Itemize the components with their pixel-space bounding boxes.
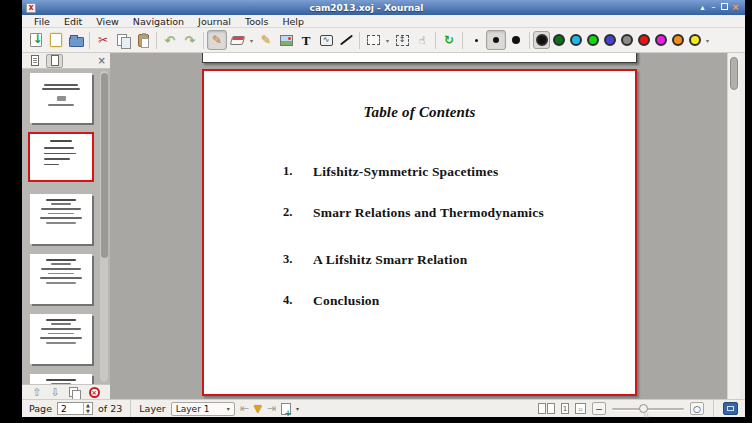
- sidebar-header: ×: [22, 53, 110, 69]
- menu-view[interactable]: View: [89, 16, 126, 27]
- toolbar-separator: [462, 32, 463, 49]
- move-page-down-button[interactable]: ⇩: [51, 387, 60, 398]
- duplicate-page-icon[interactable]: [69, 387, 80, 398]
- ruler-tool-button[interactable]: [336, 30, 356, 50]
- toolbar-separator: [89, 32, 90, 49]
- pages-tab-button[interactable]: [46, 54, 63, 68]
- menu-help[interactable]: Help: [275, 16, 311, 27]
- spin-down-icon[interactable]: ▼: [84, 409, 92, 415]
- close-button[interactable]: ×: [730, 1, 741, 14]
- maximize-button[interactable]: [719, 1, 730, 14]
- page-number-input[interactable]: [58, 403, 83, 414]
- color-options-dropdown[interactable]: ▾: [703, 30, 712, 50]
- delete-page-button[interactable]: ×: [89, 387, 100, 398]
- title-bar[interactable]: x cam2013.xoj - Xournal ▴ – ×: [22, 0, 745, 15]
- thumbnail-page-5[interactable]: [30, 314, 92, 364]
- toc-item-number: 1.: [283, 164, 292, 179]
- current-page[interactable]: Table of Contents 1. Lifshitz-Symmetric …: [202, 69, 637, 396]
- sidebar-close-icon[interactable]: ×: [98, 55, 106, 66]
- sidebar-scrollbar[interactable]: [100, 71, 108, 382]
- move-page-up-button[interactable]: ⇧: [32, 387, 41, 398]
- menu-tools[interactable]: Tools: [238, 16, 275, 27]
- document-canvas[interactable]: Table of Contents 1. Lifshitz-Symmetric …: [110, 53, 727, 399]
- thumbnail-page-1[interactable]: [30, 73, 92, 123]
- color-green-button[interactable]: [584, 31, 601, 49]
- medium-dot-icon: [493, 37, 499, 43]
- pen-size-medium-button[interactable]: [486, 30, 506, 50]
- minimize-button[interactable]: –: [708, 1, 719, 14]
- slide-title: Table of Contents: [204, 104, 635, 121]
- layer-select[interactable]: Layer 1 ▾: [171, 402, 235, 416]
- vertical-space-button[interactable]: ↕: [392, 30, 412, 50]
- zoom-slider[interactable]: ||,: [612, 402, 684, 416]
- pen-tool-button[interactable]: ✎: [207, 30, 227, 50]
- layers-tab-button[interactable]: [26, 54, 43, 68]
- menu-journal[interactable]: Journal: [191, 16, 238, 27]
- eraser-tool-button[interactable]: [227, 30, 247, 50]
- color-magenta-button[interactable]: [652, 31, 669, 49]
- zoom-normal-button[interactable]: ○: [690, 402, 704, 415]
- toolbar: ↓ ✂ ↶ ↷ ✎ ▾ ✎ T ∿ ▾ ↕ ☝ ↻: [22, 28, 745, 53]
- paste-button[interactable]: [133, 30, 153, 50]
- two-page-view-button[interactable]: [538, 403, 555, 414]
- cut-button[interactable]: ✂: [93, 30, 113, 50]
- color-dark-green-button[interactable]: [550, 31, 567, 49]
- new-page-button[interactable]: [46, 30, 66, 50]
- thumbnail-page-6[interactable]: [30, 374, 92, 384]
- canvas-scrollbar-thumb[interactable]: [730, 57, 738, 90]
- fullscreen-button[interactable]: [723, 402, 738, 415]
- add-page-dropdown[interactable]: ▾: [296, 405, 299, 412]
- eraser-options-dropdown[interactable]: ▾: [247, 30, 256, 50]
- color-light-blue-button[interactable]: [567, 31, 584, 49]
- highlighter-tool-button[interactable]: ✎: [256, 30, 276, 50]
- menu-file[interactable]: File: [27, 16, 57, 27]
- menu-edit[interactable]: Edit: [57, 16, 89, 27]
- pen-size-fine-button[interactable]: [466, 30, 486, 50]
- status-bar: Page ▲ ▼ of 23 Layer Layer 1 ▾ ⇤ ▼ ⇥ ▾: [22, 399, 745, 417]
- maximize-icon: [721, 3, 728, 10]
- open-button[interactable]: [66, 30, 86, 50]
- hand-tool-button[interactable]: ☝: [412, 30, 432, 50]
- select-options-dropdown[interactable]: ▾: [383, 30, 392, 50]
- last-page-button[interactable]: ⇥: [267, 403, 276, 414]
- copy-icon: [117, 34, 130, 47]
- goto-page-button[interactable]: ▼: [254, 404, 262, 414]
- color-gray-button[interactable]: [618, 31, 635, 49]
- zoom-out-button[interactable]: −: [592, 402, 606, 415]
- menu-navigation[interactable]: Navigation: [126, 16, 191, 27]
- sidebar-scrollbar-thumb[interactable]: [101, 73, 108, 258]
- image-tool-button[interactable]: [276, 30, 296, 50]
- color-black-button[interactable]: [533, 31, 550, 49]
- shape-recognizer-button[interactable]: ∿: [316, 30, 336, 50]
- thumbnail-page-3[interactable]: [30, 194, 92, 244]
- save-button[interactable]: ↓: [26, 30, 46, 50]
- pen-size-thick-button[interactable]: [506, 30, 526, 50]
- color-black-icon: [536, 34, 548, 46]
- page-number-spinner[interactable]: ▲ ▼: [57, 402, 93, 415]
- color-dark-green-icon: [553, 34, 565, 46]
- default-pen-button[interactable]: ↻: [439, 30, 459, 50]
- color-blue-button[interactable]: [601, 31, 618, 49]
- add-page-button[interactable]: [281, 403, 291, 415]
- select-rectangle-button[interactable]: [363, 30, 383, 50]
- copy-button[interactable]: [113, 30, 133, 50]
- text-tool-button[interactable]: T: [296, 30, 316, 50]
- canvas-scrollbar[interactable]: [727, 53, 740, 399]
- thumbnail-page-4[interactable]: [30, 254, 92, 304]
- color-yellow-icon: [689, 34, 701, 46]
- color-gray-icon: [621, 34, 633, 46]
- first-page-button[interactable]: ⇤: [240, 403, 249, 414]
- redo-button[interactable]: ↷: [180, 30, 200, 50]
- undo-button[interactable]: ↶: [160, 30, 180, 50]
- default-pen-icon: ↻: [444, 34, 454, 46]
- previous-page-edge[interactable]: [202, 53, 637, 63]
- spinner-arrows[interactable]: ▲ ▼: [83, 403, 92, 414]
- color-orange-button[interactable]: [669, 31, 686, 49]
- zoom-fit-button[interactable]: ▫: [575, 403, 586, 414]
- shade-button[interactable]: ▴: [697, 1, 708, 14]
- color-red-button[interactable]: [635, 31, 652, 49]
- one-page-view-button[interactable]: 1: [561, 403, 569, 414]
- main-area: ×: [22, 53, 745, 399]
- thumbnail-page-2-selected[interactable]: [30, 134, 92, 180]
- color-yellow-button[interactable]: [686, 31, 703, 49]
